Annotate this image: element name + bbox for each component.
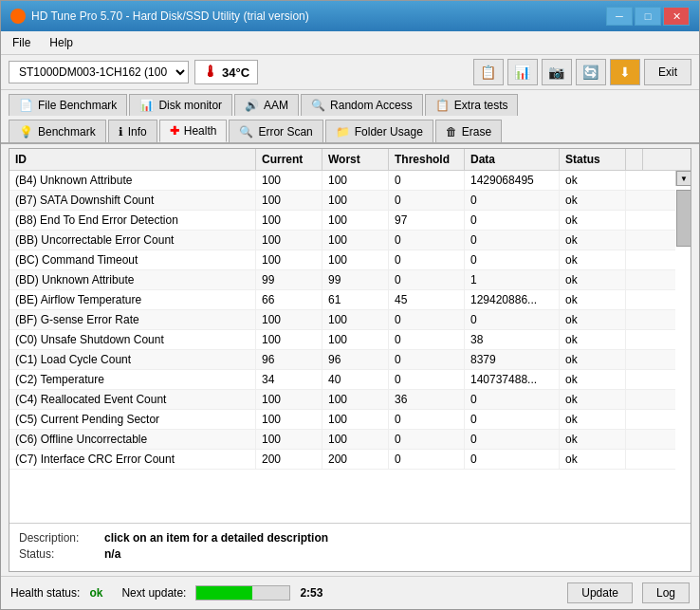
cell-data: 0	[465, 310, 560, 329]
cell-worst: 100	[322, 390, 389, 409]
col-header-id: ID	[9, 149, 256, 170]
tab-info-label: Info	[128, 125, 147, 139]
cell-threshold: 0	[389, 270, 465, 289]
cell-id: (BD) Unknown Attribute	[9, 270, 256, 289]
cell-status: ok	[560, 370, 626, 389]
log-button[interactable]: Log	[642, 582, 690, 603]
tab-file-benchmark[interactable]: 📄 File Benchmark	[9, 94, 127, 116]
tabs-row1: 📄 File Benchmark 📊 Disk monitor 🔊 AAM 🔍 …	[1, 90, 699, 116]
scrollbar-spacer	[626, 149, 643, 170]
disk-dropdown[interactable]: ST1000DM003-1CH162 (1000 gB)	[9, 61, 189, 83]
window-title: HD Tune Pro 5.70 - Hard Disk/SSD Utility…	[31, 9, 309, 23]
cell-id: (C0) Unsafe Shutdown Count	[9, 330, 256, 349]
cell-id: (BE) Airflow Temperature	[9, 290, 256, 309]
chart-icon-btn[interactable]: 📊	[507, 59, 538, 85]
table-row[interactable]: (BD) Unknown Attribute 99 99 0 1 ok	[9, 270, 675, 290]
close-button[interactable]: ✕	[663, 7, 690, 26]
table-row[interactable]: (C6) Offline Uncorrectable 100 100 0 0 o…	[9, 430, 675, 450]
benchmark-icon: 💡	[19, 125, 33, 139]
title-buttons: ─ □ ✕	[606, 7, 690, 26]
scrollbar-thumb[interactable]	[676, 190, 691, 247]
cell-id: (C4) Reallocated Event Count	[9, 390, 256, 409]
cell-data: 129420886...	[465, 290, 560, 309]
tab-error-scan[interactable]: 🔍 Error Scan	[229, 120, 322, 142]
cell-worst: 40	[322, 370, 389, 389]
cell-current: 100	[256, 211, 322, 230]
help-menu[interactable]: Help	[46, 34, 77, 51]
table-row[interactable]: (C2) Temperature 34 40 0 140737488... ok	[9, 370, 675, 390]
table-row[interactable]: (BC) Command Timeout 100 100 0 0 ok	[9, 250, 675, 270]
tab-random-access[interactable]: 🔍 Random Access	[301, 94, 423, 116]
tab-folder-usage[interactable]: 📁 Folder Usage	[325, 120, 433, 142]
scrollbar-track[interactable]: ▲ ▼	[675, 171, 691, 186]
cell-current: 99	[256, 270, 322, 289]
table-row[interactable]: (B8) End To End Error Detection 100 100 …	[9, 211, 675, 231]
table-row[interactable]: (C7) Interface CRC Error Count 200 200 0…	[9, 450, 675, 470]
file-menu[interactable]: File	[9, 34, 34, 51]
table-row[interactable]: (B4) Unknown Attribute 100 100 0 1429068…	[9, 171, 675, 191]
tab-random-access-label: Random Access	[330, 99, 413, 112]
update-progress-bar	[195, 585, 290, 601]
cell-threshold: 0	[389, 310, 465, 329]
minimize-button[interactable]: ─	[606, 7, 633, 26]
toolbar: ST1000DM003-1CH162 (1000 gB) 🌡 34°C 📋 📊 …	[1, 55, 699, 90]
cell-current: 100	[256, 310, 322, 329]
tab-benchmark[interactable]: 💡 Benchmark	[9, 120, 106, 142]
random-access-icon: 🔍	[311, 99, 325, 112]
cell-data: 0	[465, 450, 560, 469]
table-row[interactable]: (BE) Airflow Temperature 66 61 45 129420…	[9, 290, 675, 310]
tab-disk-monitor[interactable]: 📊 Disk monitor	[129, 94, 232, 116]
cell-data: 0	[465, 250, 560, 269]
cell-status: ok	[560, 410, 626, 429]
tab-health[interactable]: ✚ Health	[159, 120, 228, 142]
cell-data: 38	[465, 330, 560, 349]
cell-id: (B7) SATA Downshift Count	[9, 191, 256, 210]
cell-worst: 100	[322, 191, 389, 210]
exit-button[interactable]: Exit	[644, 59, 691, 85]
cell-data: 0	[465, 231, 560, 250]
maximize-button[interactable]: □	[635, 7, 661, 26]
cell-id: (B8) End To End Error Detection	[9, 211, 256, 230]
tab-health-label: Health	[184, 124, 217, 138]
table-row[interactable]: (BB) Uncorrectable Error Count 100 100 0…	[9, 231, 675, 250]
cell-id: (BF) G-sense Error Rate	[9, 310, 256, 329]
cell-current: 200	[256, 450, 322, 469]
status-value: n/a	[104, 547, 120, 561]
table-row[interactable]: (C1) Load Cycle Count 96 96 0 8379 ok	[9, 350, 675, 370]
cell-threshold: 0	[389, 450, 465, 469]
cell-current: 100	[256, 250, 322, 269]
tab-extra-tests[interactable]: 📋 Extra tests	[425, 94, 519, 116]
cell-worst: 100	[322, 250, 389, 269]
camera-icon-btn[interactable]: 📷	[542, 59, 572, 85]
tab-info[interactable]: ℹ Info	[108, 120, 157, 142]
cell-current: 100	[256, 330, 322, 349]
cell-status: ok	[560, 330, 626, 349]
table-row[interactable]: (BF) G-sense Error Rate 100 100 0 0 ok	[9, 310, 675, 330]
tab-erase[interactable]: 🗑 Erase	[435, 120, 502, 142]
table-row[interactable]: (C5) Current Pending Sector 100 100 0 0 …	[9, 410, 675, 430]
table-row[interactable]: (B7) SATA Downshift Count 100 100 0 0 ok	[9, 191, 675, 211]
cell-threshold: 0	[389, 350, 465, 369]
health-status-label: Health status:	[10, 586, 80, 600]
copy-icon-btn[interactable]: 📋	[473, 59, 504, 85]
update-button[interactable]: Update	[567, 582, 633, 603]
content-area: ID Current Worst Threshold Data Status (…	[9, 148, 691, 572]
refresh-icon-btn[interactable]: 🔄	[576, 59, 606, 85]
cell-data: 0	[465, 390, 560, 409]
cell-id: (BB) Uncorrectable Error Count	[9, 231, 256, 250]
col-header-threshold: Threshold	[389, 149, 465, 170]
download-icon-btn[interactable]: ⬇	[610, 59, 640, 85]
col-header-data: Data	[465, 149, 560, 170]
scrollbar-down-arrow[interactable]: ▼	[676, 171, 691, 186]
cell-status: ok	[560, 171, 626, 190]
cell-threshold: 0	[389, 191, 465, 210]
cell-worst: 100	[322, 410, 389, 429]
cell-data: 0	[465, 191, 560, 210]
cell-current: 100	[256, 171, 322, 190]
health-status-value: ok	[89, 586, 102, 600]
tab-aam[interactable]: 🔊 AAM	[234, 94, 299, 116]
table-row[interactable]: (C4) Reallocated Event Count 100 100 36 …	[9, 390, 675, 410]
table-row[interactable]: (C0) Unsafe Shutdown Count 100 100 0 38 …	[9, 330, 675, 350]
file-benchmark-icon: 📄	[19, 99, 33, 112]
disk-monitor-icon: 📊	[139, 99, 154, 112]
